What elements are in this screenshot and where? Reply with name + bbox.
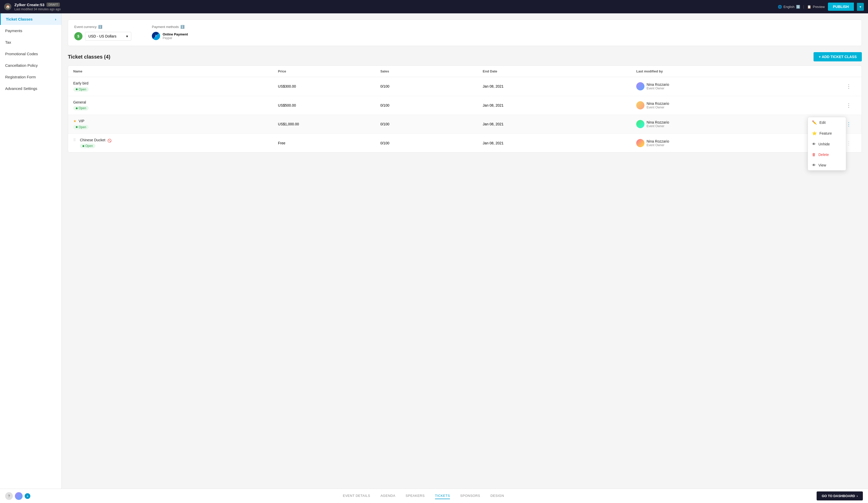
badge-dot xyxy=(76,126,78,128)
modifier-role-chinese-ducket: Event Owner xyxy=(647,143,669,147)
menu-button-early-bird[interactable]: ⋮ xyxy=(841,82,856,91)
sidebar-item-ticket-classes[interactable]: Ticket Classes › xyxy=(0,13,61,25)
table-row: ⠿ Chinese Ducket 🚫 Open Free 0/100 xyxy=(68,134,861,153)
menu-item-edit[interactable]: ✏️ Edit xyxy=(808,117,846,128)
nav-design[interactable]: DESIGN xyxy=(490,493,504,499)
modifier-role-vip: Event Owner xyxy=(647,124,669,128)
publish-dropdown-button[interactable]: ▾ xyxy=(857,3,864,11)
topbar: 🏠 Zylker Create:53 DRAFT Last modified 3… xyxy=(0,0,868,13)
menu-item-unhide[interactable]: 👁 Unhide xyxy=(808,139,846,149)
featured-star-icon: ★ xyxy=(73,119,76,123)
menu-label-view: View xyxy=(818,163,826,167)
payment-info-icon[interactable]: ℹ️ xyxy=(180,25,185,29)
table-row: Early bird Open US$300.00 0/100 Jan 08, … xyxy=(68,77,861,96)
col-end-date: End Date xyxy=(483,69,637,73)
dashboard-arrow-icon: › xyxy=(857,494,858,498)
last-modified: Last modified 34 minutes ago ago xyxy=(14,8,61,11)
app-title: Zylker Create:53 xyxy=(14,2,44,7)
drag-handle-icon[interactable]: ⠿ xyxy=(73,138,76,142)
currency-info-icon[interactable]: ℹ️ xyxy=(98,25,102,29)
currency-dropdown[interactable]: USD - US Dollars ▾ xyxy=(85,32,131,41)
menu-label-unhide: Unhide xyxy=(818,142,830,146)
menu-label-delete: Delete xyxy=(818,153,829,157)
go-to-dashboard-button[interactable]: GO TO DASHBOARD › xyxy=(817,491,863,501)
payment-method: P Online Payment Paypal xyxy=(152,32,188,40)
avatar-vip xyxy=(636,120,644,128)
section-header: Ticket classes (4) + ADD TICKET CLASS xyxy=(68,52,862,61)
sidebar-item-advanced-settings[interactable]: Advanced Settings xyxy=(0,83,61,94)
home-icon[interactable]: 🏠 xyxy=(4,3,11,10)
menu-label-edit: Edit xyxy=(819,120,826,125)
view-icon: 👁 xyxy=(812,163,816,167)
col-price: Price xyxy=(278,69,380,73)
nav-agenda[interactable]: AGENDA xyxy=(381,493,395,499)
ticket-name-general: General xyxy=(73,100,89,104)
badge-dot xyxy=(76,88,78,90)
sidebar-label-advanced: Advanced Settings xyxy=(5,86,37,91)
menu-button-general[interactable]: ⋮ xyxy=(841,101,856,109)
section-title: Ticket classes (4) xyxy=(68,54,110,60)
avatar-early-bird xyxy=(636,82,644,91)
language-selector[interactable]: 🌐 English ℹ️ xyxy=(778,5,800,9)
payment-name: Online Payment xyxy=(163,32,188,36)
sidebar-item-payments[interactable]: Payments xyxy=(0,25,61,36)
modifier-name-chinese-ducket: Nina Rozzario xyxy=(647,139,669,143)
add-user-button[interactable]: + xyxy=(25,493,30,499)
ticket-name-vip: ★ VIP xyxy=(73,119,89,123)
ticket-name-cell-vip: ★ VIP Open xyxy=(73,119,278,129)
sales-early-bird: 0/100 xyxy=(380,84,483,88)
content-area: Event currency ℹ️ $ USD - US Dollars ▾ P… xyxy=(62,13,868,489)
menu-label-feature: Feature xyxy=(819,131,832,135)
price-early-bird: US$300.00 xyxy=(278,84,380,88)
bottom-nav: ? + EVENT DETAILS AGENDA SPEAKERS TICKET… xyxy=(0,489,868,503)
sidebar-item-promotional-codes[interactable]: Promotional Codes xyxy=(0,48,61,60)
col-name: Name xyxy=(73,69,278,73)
menu-item-delete[interactable]: 🗑 Delete xyxy=(808,149,846,160)
sidebar-item-tax[interactable]: Tax xyxy=(0,36,61,48)
publish-button[interactable]: PUBLISH xyxy=(828,2,854,11)
dashboard-label: GO TO DASHBOARD xyxy=(822,494,855,498)
sidebar-item-registration-form[interactable]: Registration Form xyxy=(0,71,61,83)
nav-sponsors[interactable]: SPONSORS xyxy=(460,493,480,499)
payment-provider: Paypal xyxy=(163,36,188,40)
ticket-name-cell-early-bird: Early bird Open xyxy=(73,81,278,92)
sidebar-label-tax: Tax xyxy=(5,40,11,44)
nav-event-details[interactable]: EVENT DETAILS xyxy=(343,493,370,499)
badge-dot xyxy=(82,145,84,147)
modifier-general: Nina Rozzario Event Owner xyxy=(636,101,841,109)
end-date-vip: Jan 08, 2021 xyxy=(483,122,637,126)
add-ticket-class-button[interactable]: + ADD TICKET CLASS xyxy=(814,52,862,61)
ticket-table: Name Price Sales End Date Last modified … xyxy=(68,65,862,153)
sidebar-item-cancellation-policy[interactable]: Cancellation Policy xyxy=(0,60,61,71)
help-button[interactable]: ? xyxy=(5,492,13,500)
currency-icon: $ xyxy=(74,32,82,40)
globe-icon: 🌐 xyxy=(778,5,782,9)
eye-icon: 👁 xyxy=(812,142,816,146)
modifier-name-early-bird: Nina Rozzario xyxy=(647,83,669,86)
sidebar-label-payments: Payments xyxy=(5,29,22,33)
modifier-role-general: Event Owner xyxy=(647,106,669,109)
dropdown-chevron-icon: ▾ xyxy=(126,34,128,38)
preview-link[interactable]: 📋 Preview xyxy=(807,5,825,9)
end-date-general: Jan 08, 2021 xyxy=(483,103,637,107)
col-modified-by: Last modified by xyxy=(636,69,841,73)
table-row: ★ VIP Open US$1,000.00 0/100 Jan 08, 202… xyxy=(68,115,861,134)
bottom-nav-items: EVENT DETAILS AGENDA SPEAKERS TICKETS SP… xyxy=(30,493,817,499)
currency-selector: $ USD - US Dollars ▾ xyxy=(74,32,131,41)
modifier-role-early-bird: Event Owner xyxy=(647,86,669,90)
bottom-left: ? + xyxy=(5,492,30,500)
status-badge-chinese-ducket: Open xyxy=(80,144,95,148)
ticket-name-chinese-ducket: Chinese Ducket xyxy=(80,138,105,142)
nav-speakers[interactable]: SPEAKERS xyxy=(406,493,425,499)
ticket-name-early-bird: Early bird xyxy=(73,81,89,85)
menu-item-feature[interactable]: ⭐ Feature xyxy=(808,128,846,139)
ticket-name-cell-chinese-ducket: ⠿ Chinese Ducket 🚫 Open xyxy=(73,138,278,148)
end-date-early-bird: Jan 08, 2021 xyxy=(483,84,637,88)
avatar-general xyxy=(636,101,644,109)
currency-section: Event currency ℹ️ $ USD - US Dollars ▾ xyxy=(74,25,131,41)
menu-item-view[interactable]: 👁 View xyxy=(808,160,846,170)
trash-icon: 🗑 xyxy=(812,152,816,157)
nav-tickets[interactable]: TICKETS xyxy=(435,493,450,499)
language-label: English xyxy=(784,5,795,9)
badge-dot xyxy=(76,107,78,109)
